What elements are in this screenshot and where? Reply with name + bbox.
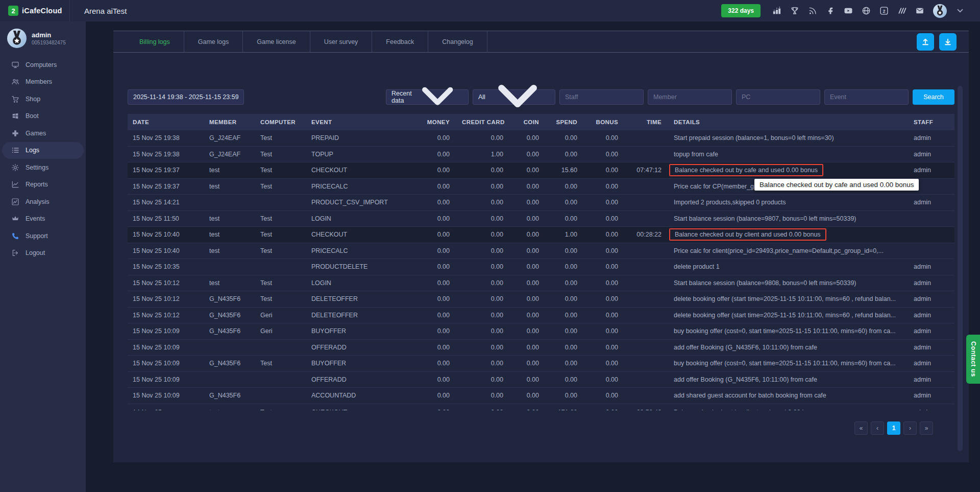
cell-details: delete booking offer (start time=2025-11…	[669, 295, 909, 302]
cell-date: 15 Nov 25 10:12	[128, 312, 204, 319]
sidebar-item-shop[interactable]: Shop	[0, 90, 86, 108]
cell-details: Start balance session (balance=9807, bon…	[669, 215, 909, 222]
sidebar-item-reports[interactable]: Reports	[0, 176, 86, 194]
cell-spend: 0.00	[546, 215, 584, 222]
tab-billing-logs[interactable]: Billing logs	[126, 31, 184, 52]
cell-money: 0.00	[413, 167, 457, 174]
cell-money: 0.00	[413, 404, 457, 410]
download-button[interactable]	[939, 33, 957, 51]
cell-money: 0.00	[413, 392, 457, 399]
rss-icon[interactable]	[808, 6, 817, 15]
icafecloud-icon[interactable]: 2	[879, 6, 889, 15]
days-badge[interactable]: 322 days	[721, 4, 761, 17]
cell-spend: 0.00	[546, 344, 584, 351]
cell-coin: 0.00	[510, 167, 546, 174]
tab-user-survey[interactable]: User survey	[310, 31, 373, 52]
cell-staff: admin	[909, 312, 954, 319]
sidebar-item-boot[interactable]: Boot	[0, 108, 86, 125]
cell-spend: 0.00	[546, 263, 584, 270]
facebook-icon[interactable]	[826, 6, 835, 15]
tab-game-license[interactable]: Game license	[243, 31, 310, 52]
member-input[interactable]	[648, 89, 732, 105]
search-button[interactable]: Search	[913, 89, 954, 105]
cell-staff: admin	[909, 134, 954, 142]
cell-credit: 0.00	[457, 279, 510, 287]
trophy-icon[interactable]	[790, 6, 799, 15]
highlighted-details: Balance checked out by cafe and used 0.0…	[669, 164, 823, 176]
sidebar-item-members[interactable]: Members	[0, 74, 86, 91]
sidebar-item-events[interactable]: Events	[0, 210, 86, 228]
cell-bonus: 0.00	[584, 215, 625, 222]
upload-button[interactable]	[917, 33, 934, 51]
table-row: 15 Nov 25 10:09G_N435F6ACCOUNTADD0.000.0…	[128, 388, 954, 404]
cell-member: G_J24EAF	[204, 134, 255, 142]
cell-date: 15 Nov 25 10:35	[128, 263, 204, 270]
scrollbar[interactable]	[958, 86, 963, 451]
contact-us-button[interactable]: Contact us	[966, 335, 980, 384]
cell-event: DELETEOFFER	[306, 312, 413, 319]
cell-details: Start balance session (balance=9808, bon…	[669, 279, 909, 287]
type-select[interactable]: All	[473, 89, 555, 105]
topbar: 2 iCafeCloud Arena aiTest 322 days 2	[0, 0, 980, 21]
cell-money: 0.00	[413, 134, 457, 142]
cell-details: Balance checked out by client and used 0…	[669, 228, 909, 241]
prev-page-button[interactable]: ‹	[871, 421, 884, 435]
mail-icon[interactable]	[915, 6, 924, 15]
date-range-input[interactable]	[128, 89, 244, 105]
tab-game-logs[interactable]: Game logs	[184, 31, 243, 52]
cell-staff: admin	[909, 167, 954, 174]
cell-credit: 0.00	[457, 327, 510, 335]
cell-date: 15 Nov 25 10:09	[128, 344, 204, 351]
cell-member: test	[204, 247, 255, 254]
next-page-button[interactable]: ›	[903, 421, 917, 435]
globe-icon[interactable]	[862, 6, 871, 15]
cell-event: CHECKOUT	[306, 404, 413, 410]
upload-icon	[921, 37, 930, 46]
cell-computer: Test	[255, 279, 306, 287]
recent-data-select[interactable]: Recent data	[386, 89, 469, 105]
cell-credit: 0.00	[457, 376, 510, 383]
user-avatar[interactable]	[7, 29, 27, 48]
table-row: 14 Nov 25testTestCHECKOUT0.000.000.00171…	[128, 404, 954, 410]
sidebar-item-settings[interactable]: Settings	[0, 159, 86, 176]
cell-credit: 0.00	[457, 392, 510, 399]
cell-staff: admin	[909, 295, 954, 302]
cell-bonus: 0.00	[584, 295, 625, 302]
sidebar-item-logout[interactable]: Logout	[0, 245, 86, 262]
details-tooltip: Balance checked out by cafe and used 0.0…	[754, 179, 919, 191]
cell-spend: 0.00	[546, 295, 584, 302]
cell-money: 0.00	[413, 376, 457, 383]
cell-computer: Test	[255, 167, 306, 174]
cell-spend: 0.00	[546, 327, 584, 335]
cell-details: Balance checked out by client and used 0…	[669, 404, 909, 410]
recent-data-value: Recent data	[391, 90, 412, 104]
last-page-button[interactable]: »	[920, 421, 933, 435]
sidebar-item-support[interactable]: Support	[0, 227, 86, 245]
cell-coin: 0.00	[510, 392, 546, 399]
cell-credit: 0.00	[457, 263, 510, 270]
chevron-down-icon[interactable]	[955, 6, 965, 15]
first-page-button[interactable]: «	[854, 421, 868, 435]
sidebar-item-computers[interactable]: Computers	[0, 56, 86, 74]
table-row: 15 Nov 25 19:38G_J24EAFTestTOPUP0.001.00…	[128, 147, 954, 163]
column-header-member: MEMBER	[204, 119, 255, 125]
page-1-button[interactable]: 1	[887, 421, 900, 435]
event-input[interactable]	[824, 89, 909, 105]
staff-input[interactable]	[559, 89, 644, 105]
sidebar-item-analysis[interactable]: Analysis	[0, 193, 86, 210]
pc-input[interactable]	[736, 89, 820, 105]
tab-changelog[interactable]: Changelog	[428, 31, 487, 52]
cell-coin: 0.00	[510, 404, 546, 410]
tab-feedback[interactable]: Feedback	[372, 31, 428, 52]
cell-money: 0.00	[413, 327, 457, 335]
avatar[interactable]	[933, 4, 947, 18]
cell-event: CHECKOUT	[306, 167, 413, 174]
layers-icon[interactable]	[897, 6, 906, 15]
sidebar-item-games[interactable]: Games	[0, 125, 86, 142]
column-header-date: DATE	[128, 119, 204, 125]
cell-credit: 0.00	[457, 404, 510, 410]
cell-time: 07:47:12	[625, 167, 669, 174]
ranking-icon[interactable]	[772, 6, 781, 15]
youtube-icon[interactable]	[844, 6, 853, 15]
sidebar-item-logs[interactable]: Logs	[2, 142, 84, 159]
